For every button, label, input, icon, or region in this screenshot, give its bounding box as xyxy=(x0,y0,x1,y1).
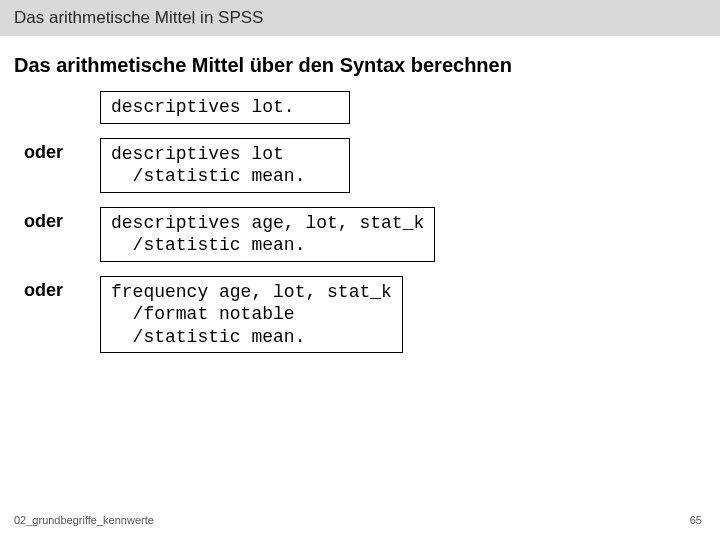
code-box: frequency age, lot, stat_k /format notab… xyxy=(100,276,403,354)
code-box: descriptives lot. xyxy=(100,91,350,124)
row-label: oder xyxy=(20,207,100,232)
page-number: 65 xyxy=(690,514,702,526)
content-area: descriptives lot. oder descriptives lot … xyxy=(0,91,720,353)
code-row: oder descriptives lot /statistic mean. xyxy=(20,138,700,193)
code-row: descriptives lot. xyxy=(100,91,700,124)
code-box: descriptives age, lot, stat_k /statistic… xyxy=(100,207,435,262)
code-box: descriptives lot /statistic mean. xyxy=(100,138,350,193)
row-label: oder xyxy=(20,138,100,163)
slide-subtitle: Das arithmetische Mittel über den Syntax… xyxy=(0,36,720,91)
slide-header: Das arithmetische Mittel in SPSS xyxy=(0,0,720,36)
code-row: oder descriptives age, lot, stat_k /stat… xyxy=(20,207,700,262)
code-row: oder frequency age, lot, stat_k /format … xyxy=(20,276,700,354)
row-label: oder xyxy=(20,276,100,301)
slide-header-title: Das arithmetische Mittel in SPSS xyxy=(14,8,263,27)
footer-left: 02_grundbegriffe_kennwerte xyxy=(14,514,154,526)
